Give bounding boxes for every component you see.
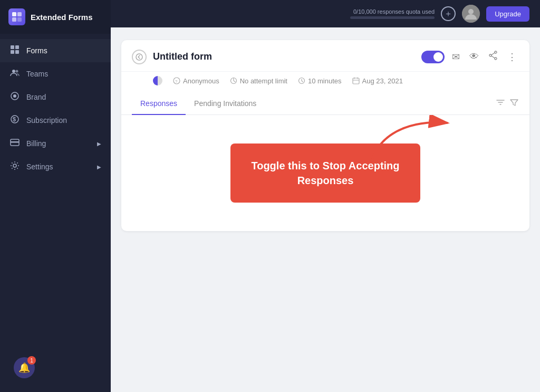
form-header: Untitled form ✉ 👁: [121, 40, 529, 72]
notification-area: 🔔 1: [5, 349, 43, 387]
svg-point-19: [136, 54, 142, 60]
accept-responses-toggle[interactable]: [421, 51, 445, 63]
quota-info: 0/10,000 responses quota used: [350, 8, 435, 19]
svg-rect-27: [353, 78, 359, 84]
add-button[interactable]: ＋: [441, 6, 456, 21]
anonymous-label: Anonymous: [183, 77, 219, 85]
notification-badge: 1: [27, 356, 36, 365]
settings-arrow-icon: ▶: [97, 164, 101, 170]
back-button[interactable]: [132, 50, 147, 64]
sidebar-item-subscription-label: Subscription: [26, 116, 67, 125]
svg-point-11: [13, 94, 16, 98]
svg-point-16: [13, 164, 16, 167]
email-icon[interactable]: ✉: [450, 49, 462, 65]
svg-text:?: ?: [175, 79, 178, 84]
quota-text: 0/10,000 responses quota used: [353, 8, 435, 15]
main-content: 0/10,000 responses quota used ＋ Upgrade: [111, 0, 540, 392]
sidebar-item-teams-label: Teams: [26, 70, 48, 78]
user-avatar[interactable]: [462, 5, 480, 23]
svg-rect-1: [17, 12, 22, 16]
sidebar-item-settings-label: Settings: [26, 162, 53, 171]
sidebar-item-billing-label: Billing: [26, 139, 46, 148]
upgrade-button[interactable]: Upgrade: [486, 6, 529, 22]
form-actions: ✉ 👁 ⋮: [421, 49, 519, 65]
svg-point-22: [489, 54, 491, 56]
sidebar-item-billing[interactable]: Billing ▶: [0, 132, 111, 155]
app-logo[interactable]: Extended Forms: [0, 0, 111, 34]
svg-point-21: [495, 58, 497, 60]
logo-icon: [8, 8, 25, 25]
form-card: Untitled form ✉ 👁: [121, 40, 529, 231]
attempt-label: No attempt limit: [240, 77, 287, 85]
filter-icon[interactable]: [509, 98, 519, 110]
svg-rect-15: [11, 141, 19, 143]
forms-icon: [9, 45, 20, 56]
meta-attempt: No attempt limit: [230, 77, 287, 85]
meta-anonymous: ? Anonymous: [173, 77, 219, 85]
notification-bell-button[interactable]: 🔔 1: [14, 357, 35, 378]
app-name: Extended Forms: [31, 13, 93, 22]
sidebar-item-brand-label: Brand: [26, 93, 46, 101]
callout-box: Toggle this to Stop Accepting Responses: [230, 144, 420, 203]
sidebar-item-settings[interactable]: Settings ▶: [0, 155, 111, 178]
svg-rect-3: [17, 17, 22, 22]
quota-bar-background: [350, 16, 435, 19]
form-meta: ? Anonymous No attempt limit 10 minutes …: [121, 72, 529, 93]
topbar: 0/10,000 responses quota used ＋ Upgrade: [111, 0, 540, 27]
tab-pending-invitations[interactable]: Pending Invitations: [186, 93, 265, 115]
form-tabs: Responses Pending Invitations: [121, 93, 529, 115]
meta-date: Aug 23, 2021: [352, 77, 403, 85]
svg-rect-4: [11, 45, 14, 49]
svg-point-18: [468, 9, 474, 14]
preview-icon[interactable]: 👁: [467, 49, 481, 64]
time-label: 10 minutes: [308, 77, 342, 85]
page-content: Untitled form ✉ 👁: [111, 27, 540, 392]
tab-actions: [496, 98, 519, 110]
sidebar-nav: Forms Teams Brand: [0, 34, 111, 392]
toggle-knob: [433, 52, 443, 62]
form-title: Untitled form: [153, 51, 415, 62]
brand-icon: [9, 91, 20, 103]
billing-arrow-icon: ▶: [97, 141, 101, 147]
sidebar-item-forms[interactable]: Forms: [0, 39, 111, 62]
svg-rect-5: [15, 45, 19, 49]
settings-icon: [9, 161, 20, 173]
teams-icon: [9, 68, 20, 80]
meta-time: 10 minutes: [298, 77, 342, 85]
sidebar: Extended Forms Forms: [0, 0, 111, 392]
svg-rect-6: [11, 50, 14, 54]
svg-rect-7: [15, 50, 19, 54]
more-options-icon[interactable]: ⋮: [505, 49, 519, 65]
sidebar-item-forms-label: Forms: [26, 46, 47, 55]
svg-point-20: [495, 51, 497, 53]
share-icon[interactable]: [486, 49, 500, 65]
sidebar-item-brand[interactable]: Brand: [0, 85, 111, 109]
svg-rect-2: [12, 17, 16, 22]
callout-text: Toggle this to Stop Accepting Responses: [251, 160, 399, 186]
svg-point-9: [16, 70, 18, 73]
meta-half-circle: [153, 76, 162, 85]
svg-rect-0: [12, 12, 16, 16]
sort-icon[interactable]: [496, 98, 505, 110]
subscription-icon: $: [9, 114, 20, 126]
svg-point-8: [12, 70, 15, 73]
svg-text:$: $: [13, 116, 16, 122]
billing-icon: [9, 138, 20, 149]
sidebar-item-subscription[interactable]: $ Subscription: [0, 109, 111, 132]
tab-responses[interactable]: Responses: [132, 93, 186, 115]
date-label: Aug 23, 2021: [362, 77, 403, 85]
sidebar-item-teams[interactable]: Teams: [0, 62, 111, 85]
form-body: Toggle this to Stop Accepting Responses: [121, 115, 529, 231]
